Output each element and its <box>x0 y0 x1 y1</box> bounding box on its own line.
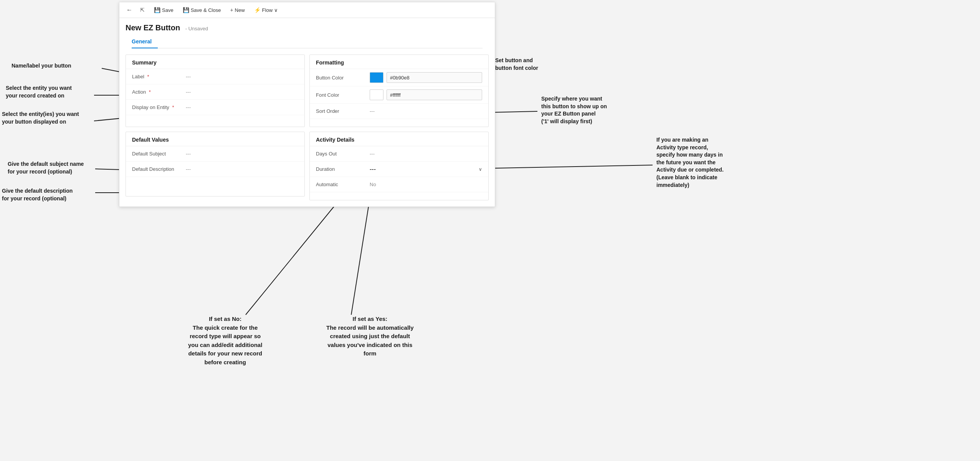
duration-label: Duration <box>316 166 370 172</box>
main-content: Summary Label * --- Action * --- <box>119 48 495 207</box>
button-color-input[interactable] <box>387 72 482 83</box>
save-close-button[interactable]: 💾 Save & Close <box>179 5 225 15</box>
activity-details-title: Activity Details <box>310 132 488 146</box>
font-color-label: Font Color <box>316 92 370 98</box>
default-description-label: Default Description <box>132 166 186 172</box>
new-label: New <box>235 7 245 13</box>
button-color-container <box>370 72 482 83</box>
annotation-days-out: If you are making anActivity type record… <box>656 136 724 189</box>
action-field-label: Action * <box>132 89 186 95</box>
flow-icon: ⚡ <box>254 7 261 13</box>
default-subject-value[interactable]: --- <box>186 151 298 157</box>
display-entity-field-value[interactable]: --- <box>186 104 298 110</box>
label-field-row: Label * --- <box>126 69 304 84</box>
duration-value: --- <box>370 166 376 173</box>
action-required: * <box>149 89 151 95</box>
annotation-if-yes: If set as Yes:The record will be automat… <box>326 315 414 358</box>
summary-title: Summary <box>126 55 304 69</box>
new-button[interactable]: + New <box>226 5 248 15</box>
default-description-field-row: Default Description --- <box>126 162 304 177</box>
formatting-title: Formatting <box>310 55 488 69</box>
annotation-default-subject-label: Give the default subject namefor your re… <box>8 160 84 175</box>
back-button[interactable]: ← <box>124 5 135 15</box>
toolbar: ← ⇱ 💾 Save 💾 Save & Close + New ⚡ Flow ∨ <box>119 2 495 18</box>
button-color-field-row: Button Color <box>310 69 488 86</box>
svg-line-8 <box>246 207 334 315</box>
flow-label: Flow <box>262 7 273 13</box>
page-header: New EZ Button - Unsaved General <box>119 18 495 48</box>
save-close-icon: 💾 <box>183 7 189 13</box>
flow-button[interactable]: ⚡ Flow ∨ <box>250 5 282 15</box>
duration-field-row: Duration --- ∨ <box>310 162 488 177</box>
action-field-row: Action * --- <box>126 84 304 100</box>
redirect-button[interactable]: ⇱ <box>136 5 149 15</box>
save-close-label: Save & Close <box>191 7 221 13</box>
annotation-button-font-color: Set button andbutton font color <box>495 57 538 72</box>
default-values-section: Default Values Default Subject --- Defau… <box>126 132 305 197</box>
save-label: Save <box>162 7 174 13</box>
font-color-input[interactable] <box>387 89 482 100</box>
annotation-name-label: Name/label your button <box>12 62 71 70</box>
summary-section: Summary Label * --- Action * --- <box>126 55 305 127</box>
unsaved-badge: - Unsaved <box>185 26 208 31</box>
annotation-display-entity-label: Select the entity(ies) you wantyour butt… <box>2 111 79 126</box>
duration-dropdown-chevron-icon[interactable]: ∨ <box>479 167 482 172</box>
tabs: General <box>132 35 483 48</box>
annotation-if-no: If set as No:The quick create for therec… <box>188 315 262 367</box>
duration-value-container: --- ∨ <box>370 166 482 173</box>
left-column: Summary Label * --- Action * --- <box>126 55 305 200</box>
action-field-value[interactable]: --- <box>186 89 298 95</box>
display-entity-required: * <box>172 104 174 110</box>
formatting-section: Formatting Button Color Font Color <box>309 55 489 127</box>
display-entity-field-label: Display on Entity * <box>132 104 186 110</box>
default-subject-field-row: Default Subject --- <box>126 146 304 162</box>
default-description-value[interactable]: --- <box>186 166 298 172</box>
new-icon: + <box>230 7 233 13</box>
annotation-default-desc-label: Give the default descriptionfor your rec… <box>2 187 73 202</box>
sort-order-label: Sort Order <box>316 108 370 114</box>
automatic-field-row: Automatic No <box>310 177 488 192</box>
automatic-value[interactable]: No <box>370 182 482 187</box>
font-color-field-row: Font Color <box>310 86 488 104</box>
label-field-label: Label * <box>132 74 186 79</box>
page-title: New EZ Button - Unsaved <box>126 23 489 32</box>
label-field-value[interactable]: --- <box>186 74 298 79</box>
automatic-label: Automatic <box>316 182 370 187</box>
label-required: * <box>147 74 149 79</box>
display-entity-field-row: Display on Entity * --- <box>126 100 304 115</box>
flow-chevron-icon: ∨ <box>274 7 278 13</box>
activity-details-section: Activity Details Days Out --- Duration -… <box>309 132 489 200</box>
sort-order-field-row: Sort Order --- <box>310 104 488 119</box>
font-color-swatch[interactable] <box>370 89 383 100</box>
page-title-text: New EZ Button <box>126 23 180 32</box>
annotation-entity-label: Select the entity you wantyour record cr… <box>6 84 72 99</box>
save-button[interactable]: 💾 Save <box>150 5 177 15</box>
days-out-field-row: Days Out --- <box>310 146 488 162</box>
button-color-swatch[interactable] <box>370 72 383 83</box>
default-values-title: Default Values <box>126 132 304 146</box>
main-window: ← ⇱ 💾 Save 💾 Save & Close + New ⚡ Flow ∨… <box>119 2 495 207</box>
right-column: Formatting Button Color Font Color <box>309 55 489 200</box>
tab-general[interactable]: General <box>132 35 158 48</box>
days-out-label: Days Out <box>316 151 370 157</box>
redirect-icon: ⇱ <box>140 7 145 13</box>
svg-line-9 <box>351 207 369 315</box>
default-subject-label: Default Subject <box>132 151 186 157</box>
button-color-label: Button Color <box>316 75 370 81</box>
font-color-container <box>370 89 482 100</box>
days-out-value[interactable]: --- <box>370 151 482 157</box>
annotation-sort-order: Specify where you wantthis button to sho… <box>541 95 607 125</box>
sort-order-value[interactable]: --- <box>370 108 482 114</box>
back-icon: ← <box>126 7 132 13</box>
save-icon: 💾 <box>154 7 160 13</box>
